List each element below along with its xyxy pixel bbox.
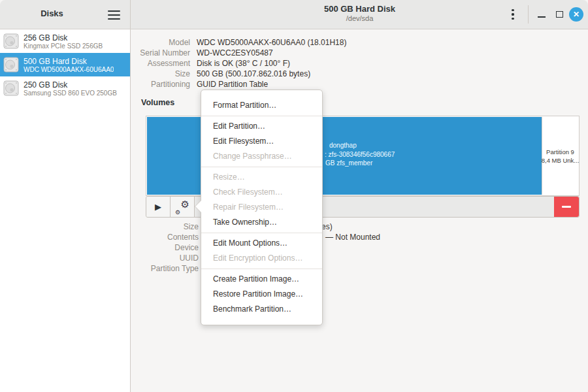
info-row-size: Size 500 GB (500.107.862.016 bytes): [131, 69, 588, 79]
play-icon: ▶: [155, 202, 161, 212]
mount-button[interactable]: ▶: [146, 197, 171, 217]
disk-name: 250 GB Disk: [24, 80, 117, 90]
partition-block-9[interactable]: Partition 9 8,4 MB Unk...: [542, 117, 578, 195]
menu-item-check-filesystem: Check Filesystem…: [201, 185, 322, 200]
disk-model: Kingmax PCIe SSD 256GB: [24, 42, 103, 50]
volumes-heading: Volumes: [141, 98, 174, 107]
hard-disk-icon: [3, 33, 19, 49]
partition-context-menu: Format Partition… Edit Partition… Edit F…: [201, 90, 323, 325]
disk-name: 500 GB Hard Disk: [24, 57, 114, 66]
delete-partition-button[interactable]: [554, 197, 579, 217]
disks-app-window: Disks 500 GB Hard Disk /dev/sda ✕: [0, 0, 588, 392]
popover-arrow: [195, 201, 201, 212]
info-row-partitioning: Partitioning GUID Partition Table: [131, 79, 588, 90]
disk-name: 256 GB Disk: [24, 33, 103, 42]
menu-separator: [201, 233, 322, 233]
hard-disk-icon: [3, 80, 19, 96]
partition9-title: Partition 9: [546, 148, 574, 156]
pinfo-row-partition-type: Partition Type: [131, 263, 588, 274]
menu-item-format-partition[interactable]: Format Partition…: [201, 98, 322, 113]
menu-item-repair-filesystem: Repair Filesystem…: [201, 200, 322, 215]
minus-icon: [562, 206, 571, 208]
disk-list-sidebar: 256 GB Disk Kingmax PCIe SSD 256GB 500 G…: [0, 29, 131, 392]
partition9-size: 8,4 MB Unk...: [542, 156, 580, 165]
sidebar-item-500gb-hard-disk[interactable]: 500 GB Hard Disk WDC WD5000AAKX-60U6AA0: [0, 53, 130, 76]
info-row-assessment: Assessment Disk is OK (38° C / 100° F): [131, 58, 588, 69]
maximize-button[interactable]: [552, 7, 566, 22]
menu-item-restore-partition-image[interactable]: Restore Partition Image…: [201, 287, 322, 302]
disk-model: WDC WD5000AAKX-60U6AA0: [24, 66, 114, 73]
partition-label: dongthap : zfs-308346f56c980667 GB zfs_m…: [323, 141, 395, 168]
menu-item-create-partition-image[interactable]: Create Partition Image…: [201, 272, 322, 287]
menu-separator: [201, 167, 322, 167]
menu-item-edit-encryption-options: Edit Encryption Options…: [201, 251, 322, 266]
disk-model: Samsung SSD 860 EVO 250GB: [24, 90, 117, 97]
close-button[interactable]: ✕: [569, 7, 583, 22]
menu-item-take-ownership[interactable]: Take Ownership…: [201, 215, 322, 230]
titlebar: Disks 500 GB Hard Disk /dev/sda ✕: [0, 0, 588, 29]
pinfo-row-size: Size es): [131, 221, 588, 232]
titlebar-left: Disks: [0, 0, 131, 29]
menu-item-edit-partition[interactable]: Edit Partition…: [201, 119, 322, 134]
pinfo-row-uuid: UUID: [131, 253, 588, 263]
partition-info: Size es) Contents — Not Mounted Device U…: [131, 221, 588, 274]
drive-info: Model WDC WD5000AAKX-60U6AA0 (18.01H18) …: [131, 37, 588, 90]
menu-separator: [201, 269, 322, 269]
menu-item-resize: Resize…: [201, 170, 322, 185]
kebab-menu-icon[interactable]: [506, 7, 520, 22]
hamburger-menu-icon[interactable]: [105, 8, 122, 22]
hard-disk-icon: [3, 57, 19, 73]
partition-options-button[interactable]: ⚙ ⚙: [171, 197, 195, 217]
minimize-button[interactable]: [534, 7, 549, 22]
menu-separator: [201, 116, 322, 116]
app-title: Disks: [0, 8, 104, 18]
menu-item-benchmark-partition[interactable]: Benchmark Partition…: [201, 302, 322, 317]
titlebar-divider: [528, 5, 529, 24]
menu-item-change-passphrase: Change Passphrase…: [201, 149, 322, 164]
info-row-serial-number: Serial Number WD-WCC2ESY05487: [131, 48, 588, 58]
titlebar-right: 500 GB Hard Disk /dev/sda ✕: [131, 0, 588, 29]
sidebar-item-250gb-disk[interactable]: 250 GB Disk Samsung SSD 860 EVO 250GB: [0, 76, 130, 100]
menu-item-edit-filesystem[interactable]: Edit Filesystem…: [201, 134, 322, 149]
sidebar-item-256gb-disk[interactable]: 256 GB Disk Kingmax PCIe SSD 256GB: [0, 29, 130, 53]
menu-item-edit-mount-options[interactable]: Edit Mount Options…: [201, 236, 322, 251]
gears-icon: ⚙ ⚙: [176, 201, 189, 214]
pinfo-row-contents: Contents — Not Mounted: [131, 232, 588, 242]
pinfo-row-device: Device: [131, 242, 588, 253]
info-row-model: Model WDC WD5000AAKX-60U6AA0 (18.01H18): [131, 37, 588, 48]
